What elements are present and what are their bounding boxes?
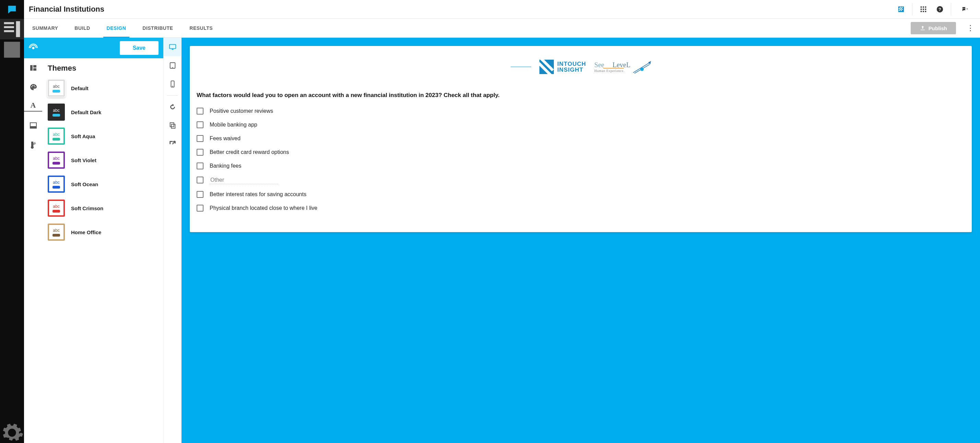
device-phone[interactable]: [163, 75, 181, 93]
svg-rect-0: [898, 6, 904, 12]
svg-rect-24: [30, 126, 37, 128]
survey-question: What factors would lead you to open an a…: [197, 91, 965, 99]
tool-footer[interactable]: [24, 116, 42, 135]
svg-point-14: [964, 8, 965, 9]
tool-font[interactable]: A: [24, 101, 42, 112]
svg-point-29: [172, 86, 173, 87]
svg-rect-6: [925, 9, 926, 10]
svg-rect-5: [923, 9, 924, 10]
logo-seelevel: See LeveL Human Experience.: [594, 61, 651, 73]
theme-label: Default: [71, 86, 89, 91]
tab-bar: SUMMARYBUILDDESIGNDISTRIBUTERESULTS Publ…: [24, 19, 980, 38]
top-header: Financial Institutions ?: [24, 0, 980, 19]
theme-thumb: abc: [48, 152, 65, 169]
theme-default[interactable]: abcDefault: [48, 76, 160, 100]
checkbox[interactable]: [197, 162, 204, 169]
design-tool-rail: A: [24, 38, 42, 443]
theme-soft-crimson[interactable]: abcSoft Crimson: [48, 196, 160, 220]
tab-design[interactable]: DESIGN: [103, 19, 130, 37]
device-desktop[interactable]: [163, 38, 181, 56]
palette-icon: [29, 83, 37, 91]
theme-default-dark[interactable]: abcDefault Dark: [48, 100, 160, 124]
svg-point-19: [31, 86, 32, 87]
svg-marker-35: [648, 61, 651, 65]
other-input[interactable]: [210, 176, 278, 184]
tablet-icon: [169, 62, 177, 69]
checkbox[interactable]: [197, 205, 204, 211]
svg-point-36: [640, 68, 644, 71]
theme-home-office[interactable]: abcHome Office: [48, 220, 160, 244]
theme-label: Default Dark: [71, 110, 101, 115]
option-row-1: Mobile banking app: [197, 121, 965, 128]
theme-soft-violet[interactable]: abcSoft Violet: [48, 148, 160, 172]
svg-rect-7: [921, 11, 922, 12]
checkbox[interactable]: [197, 149, 204, 156]
broadcast-icon: [29, 43, 38, 53]
open-external-icon: [169, 140, 177, 148]
device-reload[interactable]: [163, 98, 181, 116]
more-menu[interactable]: ⋮: [966, 24, 975, 33]
theme-panel: Save Themes abcDefaultabcDefault Darkabc…: [42, 38, 163, 443]
publish-label: Publish: [929, 25, 947, 31]
checkbox[interactable]: [197, 135, 204, 142]
svg-rect-17: [33, 65, 37, 68]
option-row-2: Fees waived: [197, 135, 965, 142]
phone-icon: [169, 80, 177, 88]
option-label: Physical branch located close to where I…: [210, 205, 317, 211]
checkbox-other[interactable]: [197, 176, 204, 183]
svg-rect-3: [925, 6, 926, 8]
tab-results[interactable]: RESULTS: [186, 19, 216, 37]
theme-thumb: abc: [48, 127, 65, 145]
publish-button[interactable]: Publish: [911, 22, 956, 34]
svg-point-27: [172, 67, 173, 68]
apps-icon[interactable]: [915, 3, 932, 16]
option-label: Banking fees: [210, 163, 242, 169]
option-row-0: Positive customer reviews: [197, 108, 965, 114]
option-label: Better credit card reward options: [210, 149, 289, 155]
help-icon[interactable]: ?: [932, 3, 948, 16]
nav-contacts[interactable]: [0, 40, 24, 60]
svg-rect-18: [33, 68, 37, 71]
brand-icon[interactable]: [893, 3, 909, 16]
svg-point-12: [963, 8, 963, 9]
logo-intouch: INTOUCH INSIGHT: [539, 60, 586, 74]
tool-layout[interactable]: [24, 58, 42, 78]
account-menu[interactable]: [954, 3, 975, 16]
tool-style[interactable]: [24, 135, 42, 154]
svg-rect-1: [921, 6, 922, 8]
theme-soft-ocean[interactable]: abcSoft Ocean: [48, 172, 160, 196]
theme-label: Soft Crimson: [71, 205, 103, 211]
page-title: Financial Institutions: [29, 5, 104, 14]
theme-thumb: abc: [48, 176, 65, 193]
checkbox[interactable]: [197, 191, 204, 198]
device-copy[interactable]: [163, 116, 181, 135]
theme-soft-aqua[interactable]: abcSoft Aqua: [48, 124, 160, 148]
svg-point-21: [33, 85, 35, 86]
device-tablet[interactable]: [163, 56, 181, 75]
svg-point-20: [32, 85, 33, 86]
survey-logos: INTOUCH INSIGHT See LeveL Human Experien…: [197, 60, 965, 74]
tool-scope[interactable]: [24, 38, 42, 58]
theme-thumb: abc: [48, 224, 65, 241]
layout-icon: [29, 64, 37, 72]
app-logo[interactable]: [0, 0, 24, 19]
option-label: Fees waived: [210, 135, 240, 141]
tab-summary[interactable]: SUMMARY: [29, 19, 61, 37]
svg-rect-8: [923, 11, 924, 12]
save-button[interactable]: Save: [120, 41, 159, 55]
nav-library[interactable]: [0, 19, 24, 40]
nav-settings[interactable]: [0, 422, 24, 443]
swatch-icon: [29, 141, 37, 149]
theme-thumb: abc: [48, 103, 65, 121]
theme-thumb: abc: [48, 200, 65, 217]
tab-distribute[interactable]: DISTRIBUTE: [139, 19, 177, 37]
footer-icon: [29, 121, 37, 130]
theme-label: Soft Ocean: [71, 181, 98, 187]
theme-label: Soft Violet: [71, 157, 96, 163]
tool-palette[interactable]: [24, 78, 42, 97]
device-open-external[interactable]: [163, 135, 181, 153]
option-tail-row-0: Better interest rates for saving account…: [197, 191, 965, 198]
checkbox[interactable]: [197, 108, 204, 114]
checkbox[interactable]: [197, 121, 204, 128]
tab-build[interactable]: BUILD: [71, 19, 93, 37]
